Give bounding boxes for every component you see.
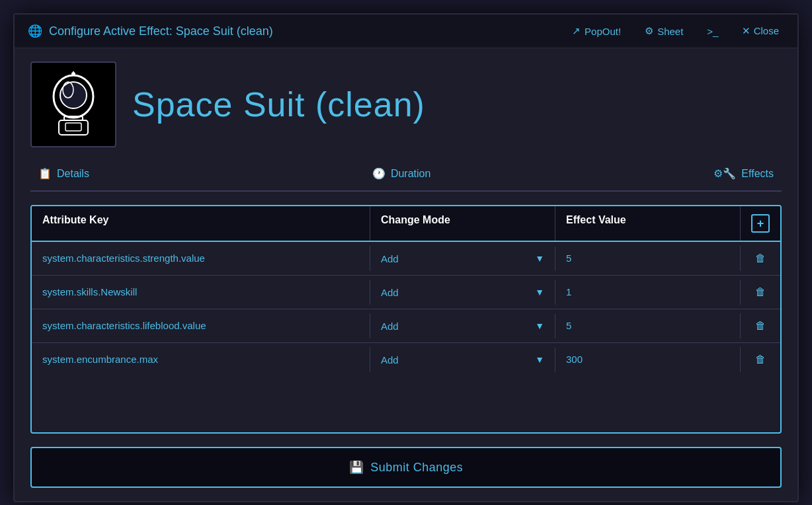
tabs-bar: 📋 Details 🕐 Duration ⚙🔧 Effects [30, 163, 782, 192]
change-mode-cell-3: Custom Multiply Add Downgrade Override U… [370, 314, 555, 338]
delete-cell-3: 🗑 [741, 309, 780, 342]
effect-value-input-3[interactable] [566, 320, 729, 331]
delete-effect-button-3[interactable]: 🗑 [751, 316, 770, 336]
delete-effect-button-1[interactable]: 🗑 [751, 249, 770, 268]
table-row: Custom Multiply Add Downgrade Override U… [32, 343, 780, 376]
tab-details[interactable]: 📋 Details [30, 163, 97, 184]
title-bar: 🌐 Configure Active Effect: Space Suit (c… [15, 15, 797, 48]
tab-effects[interactable]: ⚙🔧 Effects [706, 163, 782, 184]
save-icon: 💾 [349, 460, 364, 475]
clock-icon: 🕐 [372, 167, 386, 180]
effect-value-cell-3 [555, 313, 741, 338]
attribute-key-input-3[interactable] [42, 320, 359, 331]
delete-cell-4: 🗑 [741, 343, 780, 376]
avatar[interactable] [30, 61, 116, 147]
chevron-down-icon: ▼ [535, 287, 544, 297]
delete-effect-button-2[interactable]: 🗑 [751, 282, 770, 302]
effect-value-input-1[interactable] [566, 252, 729, 264]
change-mode-select-1[interactable]: Custom Multiply Add Downgrade Override U… [381, 253, 531, 264]
change-mode-wrapper-3: Custom Multiply Add Downgrade Override U… [381, 321, 544, 332]
change-mode-select-3[interactable]: Custom Multiply Add Downgrade Override U… [381, 321, 531, 332]
change-mode-cell-1: Custom Multiply Add Downgrade Override U… [370, 247, 555, 271]
change-mode-wrapper-4: Custom Multiply Add Downgrade Override U… [381, 354, 544, 366]
chevron-down-icon: ▼ [535, 321, 544, 331]
hero-section: Space Suit (clean) [30, 61, 782, 147]
table-row: Custom Multiply Add Downgrade Override U… [32, 242, 780, 276]
space-suit-icon [40, 71, 106, 137]
popout-button[interactable]: ↗ PopOut! [567, 22, 626, 40]
main-content: Space Suit (clean) 📋 Details 🕐 Duration … [15, 48, 797, 501]
terminal-button[interactable]: >_ [702, 23, 723, 40]
attribute-key-input-1[interactable] [42, 252, 359, 264]
attribute-key-input-2[interactable] [42, 286, 359, 297]
effect-value-cell-1 [555, 246, 741, 271]
attribute-key-cell-3 [32, 313, 370, 338]
chevron-down-icon: ▼ [535, 354, 544, 365]
globe-icon: 🌐 [28, 24, 42, 38]
title-bar-buttons: ↗ PopOut! ⚙ Sheet >_ ✕ Close [567, 22, 784, 40]
header-change-mode: Change Mode [370, 206, 555, 241]
add-effect-button[interactable]: + [751, 214, 770, 233]
popout-icon: ↗ [572, 25, 581, 37]
change-mode-wrapper-1: Custom Multiply Add Downgrade Override U… [381, 253, 544, 264]
change-mode-cell-2: Custom Multiply Add Downgrade Override U… [370, 280, 555, 305]
attribute-key-input-4[interactable] [42, 354, 359, 365]
close-button[interactable]: ✕ Close [737, 22, 784, 40]
window-title-group: 🌐 Configure Active Effect: Space Suit (c… [28, 24, 273, 38]
attribute-key-cell-1 [32, 246, 370, 271]
tab-duration[interactable]: 🕐 Duration [364, 163, 438, 184]
header-attribute-key: Attribute Key [32, 206, 370, 241]
delete-effect-button-4[interactable]: 🗑 [751, 350, 770, 369]
attribute-key-cell-4 [32, 347, 370, 372]
effect-value-cell-2 [555, 280, 741, 305]
configure-active-effect-window: 🌐 Configure Active Effect: Space Suit (c… [13, 13, 799, 502]
change-mode-select-2[interactable]: Custom Multiply Add Downgrade Override U… [381, 287, 531, 298]
header-effect-value: Effect Value [555, 206, 741, 241]
change-mode-select-4[interactable]: Custom Multiply Add Downgrade Override U… [381, 354, 531, 366]
svg-point-7 [71, 72, 75, 76]
header-add-action: + [741, 206, 780, 241]
delete-cell-1: 🗑 [741, 242, 780, 275]
change-mode-wrapper-2: Custom Multiply Add Downgrade Override U… [381, 287, 544, 298]
effect-value-input-2[interactable] [566, 286, 729, 297]
table-header: Attribute Key Change Mode Effect Value + [32, 206, 780, 242]
attribute-key-cell-2 [32, 280, 370, 305]
item-title: Space Suit (clean) [132, 85, 425, 124]
details-icon: 📋 [38, 167, 52, 180]
submit-changes-button[interactable]: 💾 Submit Changes [30, 447, 782, 488]
delete-cell-2: 🗑 [741, 276, 780, 309]
effect-value-input-4[interactable] [566, 354, 729, 365]
chevron-down-icon: ▼ [535, 253, 544, 264]
effect-value-cell-4 [555, 347, 741, 372]
gear-icon: ⚙ [645, 25, 653, 37]
window-title: Configure Active Effect: Space Suit (cle… [49, 24, 273, 38]
svg-rect-5 [65, 123, 81, 131]
effects-table: Attribute Key Change Mode Effect Value +… [30, 205, 782, 434]
submit-area: 💾 Submit Changes [30, 447, 782, 488]
change-mode-cell-4: Custom Multiply Add Downgrade Override U… [370, 348, 555, 372]
table-row: Custom Multiply Add Downgrade Override U… [32, 309, 780, 343]
effects-gear-icon: ⚙🔧 [713, 167, 736, 180]
table-row: Custom Multiply Add Downgrade Override U… [32, 276, 780, 309]
sheet-button[interactable]: ⚙ Sheet [639, 22, 688, 40]
